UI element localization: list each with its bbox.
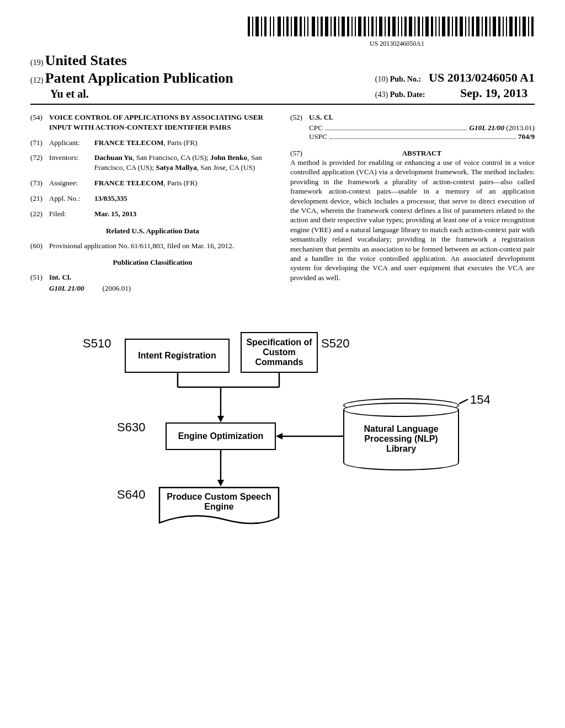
svg-rect-1 [252,17,253,36]
assignee-label: Assignee: [49,178,94,188]
columns: (54) VOICE CONTROL OF APPLICATIONS BY AS… [30,113,535,299]
svg-rect-37 [404,17,407,36]
pub-type-code: (12) [30,76,43,84]
intcl-code: (51) [30,272,49,282]
svg-rect-62 [509,17,513,36]
svg-rect-32 [385,17,386,36]
filed-code: (22) [30,209,49,219]
left-column: (54) VOICE CONTROL OF APPLICATIONS BY AS… [30,113,275,299]
provisional-value: Provisional application No. 61/611,803, … [49,241,275,251]
svg-rect-66 [528,17,529,36]
svg-rect-10 [291,17,292,36]
svg-rect-42 [425,17,429,36]
provisional-entry: (60) Provisional application No. 61/611,… [30,241,275,251]
inventors-value: Dachuan Yu, San Francisco, CA (US); John… [94,153,275,173]
abstract-code: (57) [290,149,309,158]
svg-rect-35 [398,17,399,36]
dots-icon [325,130,467,130]
svg-marker-75 [217,416,224,422]
provisional-code: (60) [30,241,49,251]
svg-marker-76 [217,480,224,486]
svg-rect-27 [364,17,366,36]
svg-rect-56 [485,17,487,36]
assignee-code: (73) [30,178,49,188]
pubdate-label: Pub. Date: [390,90,425,99]
filed-label: Filed: [49,209,94,219]
pubdate-value: Sep. 19, 2013 [460,86,527,100]
connectors-icon [73,332,492,580]
svg-rect-25 [355,17,356,36]
intcl-date: (2006.01) [103,284,131,292]
svg-rect-22 [342,17,345,36]
svg-rect-47 [447,17,450,36]
svg-rect-6 [273,17,274,36]
title-value: VOICE CONTROL OF APPLICATIONS BY ASSOCIA… [49,113,275,132]
svg-rect-57 [489,17,491,36]
svg-rect-50 [460,17,463,36]
svg-rect-28 [368,17,369,36]
svg-rect-58 [493,17,496,36]
svg-rect-51 [465,17,466,36]
applicant-entry: (71) Applicant: FRANCE TELECOM, Paris (F… [30,138,275,148]
svg-rect-9 [286,17,289,36]
svg-rect-63 [515,17,517,36]
country: United States [45,52,127,68]
svg-rect-21 [338,17,339,36]
assignee-rest: , Paris (FR) [163,179,197,187]
svg-rect-23 [347,17,349,36]
svg-rect-65 [523,17,526,36]
svg-rect-53 [472,17,474,36]
applno-label: Appl. No.: [49,194,94,204]
svg-rect-11 [294,17,297,36]
svg-rect-26 [358,17,361,36]
pubno-code: (10) [375,75,388,83]
inventors-label: Inventors: [49,153,94,173]
header-rule [30,104,535,105]
svg-rect-61 [506,17,507,36]
uscl-code: (52) [290,113,309,122]
svg-rect-17 [321,17,323,36]
svg-rect-36 [401,17,402,36]
pub-type: Patent Application Publication [45,70,233,86]
svg-rect-46 [442,17,445,36]
title-code: (54) [30,113,49,132]
applno-code: (21) [30,194,49,204]
applicant-label: Applicant: [49,138,94,148]
country-code: (19) [30,58,43,67]
pubno-label: Pub. No.: [390,75,421,83]
svg-rect-3 [261,17,262,36]
uscl-entry: (52) U.S. Cl. [290,113,535,122]
svg-rect-16 [317,17,318,36]
svg-rect-18 [325,17,328,36]
svg-rect-30 [376,17,377,36]
uspc-trail: 704/9 [518,132,535,141]
applicant-code: (71) [30,138,49,148]
applicant-value: FRANCE TELECOM, Paris (FR) [94,138,275,148]
barcode-icon [248,17,535,36]
svg-rect-49 [455,17,457,36]
barcode-label: US 20130246050A1 [30,40,535,48]
svg-rect-43 [431,17,433,36]
svg-rect-64 [519,17,520,36]
header-left: (19) United States (12) Patent Applicati… [30,52,233,100]
svg-rect-7 [278,17,281,36]
svg-rect-24 [351,17,353,36]
svg-rect-59 [498,17,500,36]
svg-rect-48 [452,17,453,36]
svg-rect-13 [304,17,305,36]
header: (19) United States (12) Patent Applicati… [30,52,535,100]
assignee-bold: FRANCE TELECOM [94,179,163,187]
abstract-head-row: (57) ABSTRACT [290,149,535,158]
svg-rect-14 [307,17,308,36]
svg-rect-12 [300,17,302,36]
svg-rect-60 [503,17,504,36]
applno-value: 13/835,335 [94,194,275,204]
svg-rect-31 [379,17,382,36]
uspc-row: USPC 704/9 [290,132,535,141]
svg-rect-55 [482,17,483,36]
svg-rect-15 [312,17,315,36]
svg-rect-5 [270,17,271,36]
svg-rect-19 [331,17,332,36]
intcl-entry: (51) Int. Cl. [30,272,275,282]
applno-entry: (21) Appl. No.: 13/835,335 [30,194,275,204]
